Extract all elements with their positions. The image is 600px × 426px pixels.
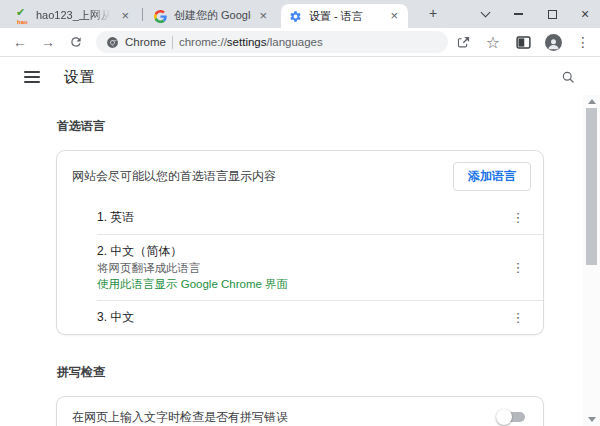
tab-title: 创建您的 Google 帐号	[174, 8, 251, 23]
scroll-down-arrow-icon[interactable]	[583, 413, 600, 425]
add-language-button[interactable]: 添加语言	[453, 162, 531, 191]
scroll-up-arrow-icon[interactable]	[583, 95, 600, 107]
browser-toolbar: ← → Chrome chrome://settings/languages ☆…	[0, 28, 600, 57]
language-label: 1. 英语	[97, 209, 509, 226]
window-minimize-button[interactable]	[503, 0, 533, 28]
tab-strip: ✔ hao hao123_上网从这里开 × 创建您的 Google 帐号 × 设…	[0, 0, 600, 28]
back-button[interactable]: ←	[8, 30, 32, 54]
language-row-chinese: 3. 中文 ⋮	[57, 301, 543, 334]
window-maximize-button[interactable]	[537, 0, 567, 28]
language-row-english: 1. 英语 ⋮	[57, 201, 543, 234]
tab-google-account[interactable]: 创建您的 Google 帐号 ×	[146, 3, 277, 28]
languages-section-heading: 首选语言	[57, 118, 543, 135]
spellcheck-toggle[interactable]	[499, 412, 525, 422]
languages-description: 网站会尽可能以您的首选语言显示内容	[72, 168, 453, 185]
tab-separator	[142, 8, 143, 21]
display-ui-language-link[interactable]: 使用此语言显示 Google Chrome 界面	[97, 276, 509, 293]
omnibox-separator	[172, 36, 173, 49]
language-more-menu-icon[interactable]: ⋮	[509, 210, 527, 225]
bookmark-star-icon[interactable]: ☆	[481, 30, 505, 54]
tab-hao123[interactable]: ✔ hao hao123_上网从这里开 ×	[8, 3, 139, 28]
spellcheck-card: 在网页上输入文字时检查是否有拼写错误	[57, 397, 543, 426]
language-more-menu-icon[interactable]: ⋮	[509, 310, 527, 325]
language-label: 3. 中文	[97, 309, 509, 326]
search-icon[interactable]	[556, 65, 580, 89]
page-scrollbar	[583, 95, 600, 426]
language-more-menu-icon[interactable]: ⋮	[509, 260, 527, 275]
menu-hamburger-icon[interactable]	[24, 71, 40, 83]
tab-title: hao123_上网从这里开	[36, 8, 113, 23]
side-panel-icon[interactable]	[511, 30, 535, 54]
profile-avatar[interactable]	[541, 30, 565, 54]
spellcheck-label: 在网页上输入文字时检查是否有拼写错误	[72, 409, 499, 426]
scrollbar-thumb[interactable]	[586, 108, 597, 265]
tab-search-chevron-icon[interactable]	[470, 0, 500, 28]
settings-gear-icon	[289, 9, 303, 23]
address-bar[interactable]: Chrome chrome://settings/languages	[96, 31, 448, 53]
site-label: Chrome	[125, 36, 166, 48]
reload-button[interactable]	[64, 30, 88, 54]
hao123-logo-icon: ✔ hao	[16, 9, 30, 23]
languages-description-row: 网站会尽可能以您的首选语言显示内容 添加语言	[57, 151, 543, 201]
language-row-chinese-simplified: 2. 中文（简体） 将网页翻译成此语言 使用此语言显示 Google Chrom…	[57, 235, 543, 300]
new-tab-button[interactable]: +	[424, 5, 442, 23]
tab-settings-languages[interactable]: 设置 - 语言 ×	[281, 4, 408, 28]
languages-card: 网站会尽可能以您的首选语言显示内容 添加语言 1. 英语 ⋮ 2. 中文（简体）…	[57, 151, 543, 334]
browser-window: { "tabstrip": { "tabs": [ { "title": "ha…	[0, 0, 600, 426]
translate-note: 将网页翻译成此语言	[97, 260, 509, 276]
tab-title: 设置 - 语言	[309, 9, 382, 24]
google-logo-icon	[154, 9, 168, 23]
close-tab-icon[interactable]: ×	[257, 11, 269, 21]
window-close-button[interactable]: ×	[570, 0, 600, 28]
spellcheck-row: 在网页上输入文字时检查是否有拼写错误	[57, 397, 543, 426]
share-icon[interactable]	[451, 30, 475, 54]
language-label: 2. 中文（简体）	[97, 243, 509, 260]
spellcheck-section-heading: 拼写检查	[57, 364, 543, 381]
settings-content: 首选语言 网站会尽可能以您的首选语言显示内容 添加语言 1. 英语 ⋮ 2. 中…	[57, 68, 543, 426]
browser-menu-icon[interactable]: ⋮	[571, 30, 595, 54]
toggle-knob	[496, 409, 512, 425]
close-tab-icon[interactable]: ×	[119, 11, 131, 21]
chrome-logo-icon	[106, 36, 119, 49]
forward-button[interactable]: →	[36, 30, 60, 54]
close-tab-icon[interactable]: ×	[388, 11, 400, 21]
url-text: chrome://settings/languages	[179, 36, 323, 48]
